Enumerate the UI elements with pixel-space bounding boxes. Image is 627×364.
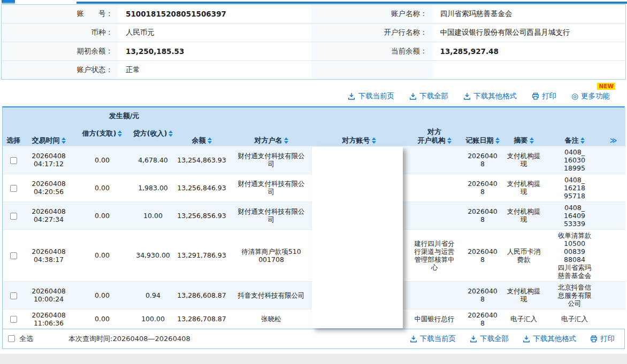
more-columns-button[interactable]: ≫ bbox=[602, 107, 625, 146]
header-amount-group: 发生额/元 bbox=[73, 107, 175, 121]
cell-balance: 13,291,786.93 bbox=[175, 229, 228, 281]
bank-branch-value: 中国建设银行股份有限公司西昌月城支行 bbox=[433, 24, 626, 42]
download-current-page-button[interactable]: 下载当前页 bbox=[410, 334, 456, 344]
header-debit[interactable]: 借方(支取) bbox=[73, 121, 131, 146]
cell-counterparty-name: 张晓松 bbox=[228, 309, 314, 329]
cell-balance: 13,286,608.87 bbox=[175, 281, 228, 309]
double-chevron-icon: ≫ bbox=[610, 136, 618, 144]
sort-icon[interactable] bbox=[495, 137, 500, 144]
sort-icon[interactable] bbox=[372, 137, 376, 144]
sort-icon[interactable] bbox=[118, 130, 122, 137]
cell-booking-date: 20260408 bbox=[465, 146, 500, 174]
cell-time: 20260408 04:38:17 bbox=[24, 229, 73, 281]
redaction-overlay bbox=[312, 147, 403, 328]
download-icon bbox=[348, 92, 355, 100]
row-checkbox[interactable] bbox=[10, 213, 17, 220]
cell-remark: 0408_ 16030 18995 bbox=[547, 146, 602, 174]
cell-remark: 北京抖音信 息服务有限 公司 bbox=[547, 281, 602, 309]
cell-credit: 4,678.40 bbox=[131, 146, 175, 174]
cell-counterparty-bank bbox=[404, 281, 465, 309]
cell-debit: 0.00 bbox=[73, 202, 131, 229]
header-credit[interactable]: 贷方(收入) bbox=[131, 121, 175, 146]
header-booking-date[interactable]: 记账日期 bbox=[465, 107, 500, 146]
row-checkbox[interactable] bbox=[10, 316, 17, 323]
cell-remark: 电子汇入 bbox=[547, 309, 602, 329]
cell-counterparty-bank bbox=[404, 146, 465, 174]
account-name-label: 账户名称： bbox=[311, 5, 433, 24]
current-balance-value: 13,285,927.48 bbox=[433, 42, 626, 61]
current-balance-label: 当前余额： bbox=[311, 42, 433, 61]
sort-icon[interactable] bbox=[169, 130, 173, 137]
cell-summary: 人民币卡消 费款 bbox=[500, 229, 547, 281]
sort-icon[interactable] bbox=[580, 137, 585, 144]
print-button[interactable]: 打印 bbox=[590, 334, 615, 344]
new-badge: NEW bbox=[597, 83, 615, 90]
select-all-checkbox[interactable] bbox=[8, 335, 15, 342]
cell-counterparty-name: 财付通支付科技有限公 司 bbox=[228, 202, 314, 229]
header-remark[interactable]: 备注 bbox=[547, 107, 602, 146]
cell-credit: 0.94 bbox=[131, 281, 175, 309]
cell-summary: 支付机构提 现 bbox=[500, 202, 547, 229]
account-number-label: 账 号： bbox=[2, 5, 119, 24]
cell-summary: 支付机构提 现 bbox=[500, 281, 547, 309]
account-info-row: 币种： 人民币元 开户行名称： 中国建设银行股份有限公司西昌月城支行 bbox=[2, 24, 626, 42]
cell-time: 20260408 11:06:36 bbox=[24, 309, 73, 329]
download-all-button[interactable]: 下载全部 bbox=[470, 334, 509, 344]
account-info-table: 账 号： 51001815208051506397 账户名称： 四川省索玛慈善基… bbox=[1, 4, 626, 80]
account-info-row: 账户状态： 正常 bbox=[2, 61, 626, 80]
header-balance[interactable]: 余额 bbox=[175, 107, 228, 146]
header-summary[interactable]: 摘要 bbox=[500, 107, 547, 146]
cell-balance: 13,256,846.93 bbox=[175, 174, 228, 202]
header-select: 选择 bbox=[3, 107, 24, 146]
bank-branch-label: 开户行名称： bbox=[311, 24, 433, 42]
cell-booking-date: 20260408 bbox=[465, 174, 500, 202]
top-tab-strip bbox=[0, 0, 627, 4]
cell-summary: 支付机构提 现 bbox=[500, 174, 547, 202]
cell-counterparty-name: 财付通支付科技有限公 司 bbox=[228, 146, 314, 174]
print-button[interactable]: 打印 bbox=[532, 91, 556, 101]
more-functions-button[interactable]: ◎ 更多功能 bbox=[571, 91, 610, 101]
sort-icon[interactable] bbox=[447, 137, 452, 144]
currency-value: 人民币元 bbox=[118, 24, 311, 42]
header-counterparty-name[interactable]: 对方户名 bbox=[228, 107, 314, 146]
cell-counterparty-bank: 建行四川省分 行渠道与运营 管理部核算中 心 bbox=[404, 229, 465, 281]
toolbar: 下载当前页 下载全部 下载其他格式 打印 ◎ 更多功能 NEW bbox=[0, 80, 627, 106]
cell-summary: 支付机构提 现 bbox=[500, 146, 547, 174]
sort-icon[interactable] bbox=[284, 137, 288, 144]
opening-balance-label: 期初余额： bbox=[2, 42, 119, 61]
sort-icon[interactable] bbox=[208, 137, 212, 144]
row-checkbox[interactable] bbox=[10, 157, 17, 164]
row-checkbox[interactable] bbox=[10, 185, 17, 192]
cell-booking-date: 20260408 bbox=[465, 281, 500, 309]
cell-time: 20260408 04:17:12 bbox=[24, 146, 73, 174]
cell-booking-date: 20260408 bbox=[465, 229, 500, 281]
download-icon bbox=[523, 335, 530, 343]
cell-debit: 0.00 bbox=[73, 309, 131, 329]
account-info-row: 期初余额： 13,250,185.53 当前余额： 13,285,927.48 bbox=[2, 42, 626, 61]
header-transaction-time[interactable]: 交易时间 bbox=[24, 107, 73, 146]
cell-credit: 100.00 bbox=[131, 309, 175, 329]
cell-credit: 1,983.00 bbox=[131, 174, 175, 202]
download-current-page-button[interactable]: 下载当前页 bbox=[348, 91, 394, 101]
cell-booking-date: 20260408 bbox=[465, 309, 500, 329]
row-checkbox[interactable] bbox=[10, 292, 17, 299]
printer-icon bbox=[532, 92, 539, 100]
download-all-button[interactable]: 下载全部 bbox=[409, 91, 448, 101]
cell-booking-date: 20260408 bbox=[465, 202, 500, 229]
sort-icon[interactable] bbox=[62, 137, 66, 144]
sort-icon[interactable] bbox=[530, 137, 534, 144]
row-checkbox[interactable] bbox=[10, 252, 17, 259]
cell-counterparty-bank bbox=[404, 174, 465, 202]
header-counterparty-bank[interactable]: 对方 开户机构 bbox=[404, 107, 465, 146]
currency-label: 币种： bbox=[2, 24, 119, 42]
header-counterparty-account[interactable]: 对方账号 bbox=[314, 107, 404, 146]
download-other-format-button[interactable]: 下载其他格式 bbox=[463, 91, 517, 101]
select-all-label: 全选 bbox=[19, 334, 33, 344]
cell-time: 20260408 04:27:34 bbox=[24, 202, 73, 229]
cell-time: 20260408 10:00:24 bbox=[24, 281, 73, 309]
account-info-row: 账 号： 51001815208051506397 账户名称： 四川省索玛慈善基… bbox=[2, 5, 626, 24]
tab-strip-segment bbox=[77, 2, 627, 4]
cell-remark: 收单清算款 10500 00839 88084 四川省索玛 慈善基金会 bbox=[547, 229, 602, 281]
download-icon bbox=[410, 335, 417, 343]
download-other-format-button[interactable]: 下载其他格式 bbox=[523, 334, 576, 344]
